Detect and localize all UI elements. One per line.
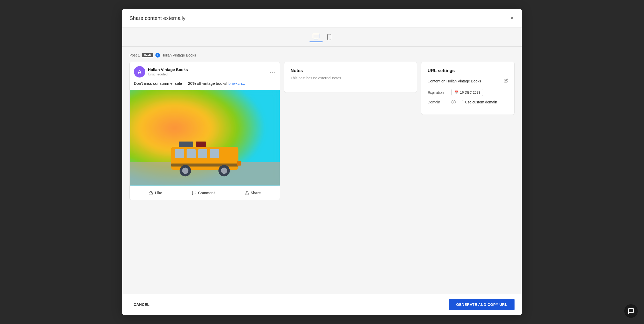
comment-button[interactable]: Comment [189,189,218,197]
custom-domain-checkbox[interactable] [459,100,463,104]
share-icon [244,191,249,195]
svg-rect-13 [198,149,207,158]
content-area: A Hollan Vintage Books Unscheduled ··· D… [129,62,515,200]
comment-icon [192,191,196,195]
url-content-row: Content on Hollan Vintage Books [428,79,508,84]
modal-body: Post 1 Draft f Hollan Vintage Books A Ho… [122,47,522,294]
author-details: Hollan Vintage Books Unscheduled [148,67,188,76]
info-icon: i [451,100,456,104]
calendar-icon: 📅 [454,90,458,94]
draft-badge: Draft [142,53,153,57]
svg-rect-21 [196,141,206,147]
svg-rect-12 [187,149,196,158]
expiration-date-badge[interactable]: 📅 16 DEC 2023 [451,89,483,96]
modal: Share content externally × [122,9,522,315]
svg-rect-20 [179,141,193,147]
svg-point-5 [329,39,330,39]
comment-label: Comment [198,191,215,195]
avatar: A [134,66,145,78]
desktop-icon [313,34,319,39]
like-label: Like [155,191,162,195]
close-button[interactable]: × [509,14,515,22]
post-label: Post 1 [129,53,140,57]
post-label-row: Post 1 Draft f Hollan Vintage Books [129,53,515,58]
post-image [130,90,280,186]
cancel-button[interactable]: CANCEL [129,300,154,309]
modal-title: Share content externally [129,15,186,21]
edit-content-button[interactable] [504,79,508,84]
share-button[interactable]: Share [241,189,264,197]
svg-rect-0 [313,34,319,38]
url-content-name: Content on Hollan Vintage Books [428,79,481,83]
author-subtitle: Unscheduled [148,72,188,76]
facebook-icon: f [155,53,160,58]
url-settings-title: URL settings [428,68,508,73]
svg-rect-14 [210,149,219,158]
expiration-date: 16 DEC 2023 [460,90,480,94]
more-options-button[interactable]: ··· [270,69,276,75]
generate-url-button[interactable]: GENERATE AND COPY URL [449,299,515,310]
mobile-icon [327,34,331,40]
author-name: Hollan Vintage Books [148,67,188,72]
mobile-view-button[interactable] [324,32,334,42]
page-name: f Hollan Vintage Books [155,53,196,58]
expiration-label: Expiration [428,90,448,95]
post-image-svg [130,90,280,186]
post-card-header: A Hollan Vintage Books Unscheduled ··· [130,62,280,80]
post-author-info: A Hollan Vintage Books Unscheduled [134,66,188,78]
svg-point-17 [182,167,188,174]
post-card: A Hollan Vintage Books Unscheduled ··· D… [129,62,280,200]
page-name-text: Hollan Vintage Books [161,53,196,57]
post-text-content: Don't miss our summer sale — 20% off vin… [134,81,227,86]
modal-header: Share content externally × [122,9,522,27]
notes-title: Notes [291,68,410,73]
post-actions: Like Comment Share [130,186,280,200]
like-icon [149,191,153,195]
view-toolbar [122,27,522,47]
edit-icon [504,79,508,83]
post-link[interactable]: brnw.ch... [228,81,245,86]
share-label: Share [251,191,261,195]
svg-rect-22 [237,161,241,165]
notes-text: This post has no external notes. [291,76,410,80]
desktop-view-button[interactable] [310,32,323,42]
modal-footer: CANCEL GENERATE AND COPY URL [122,294,522,315]
url-settings-card: URL settings Content on Hollan Vintage B… [421,62,515,115]
post-text: Don't miss our summer sale — 20% off vin… [130,80,280,90]
modal-overlay: Share content externally × [0,0,644,324]
custom-domain-label: Use custom domain [465,100,497,104]
chat-icon [628,308,634,314]
custom-domain-check: Use custom domain [459,100,497,104]
svg-point-19 [221,167,227,174]
svg-rect-11 [175,149,184,158]
svg-rect-15 [171,163,238,166]
domain-row: Domain i Use custom domain [428,100,508,104]
notes-card: Notes This post has no external notes. [284,62,417,93]
expiration-row: Expiration 📅 16 DEC 2023 [428,89,508,96]
domain-label: Domain [428,100,448,104]
chat-widget[interactable] [624,304,638,318]
like-button[interactable]: Like [146,189,165,197]
